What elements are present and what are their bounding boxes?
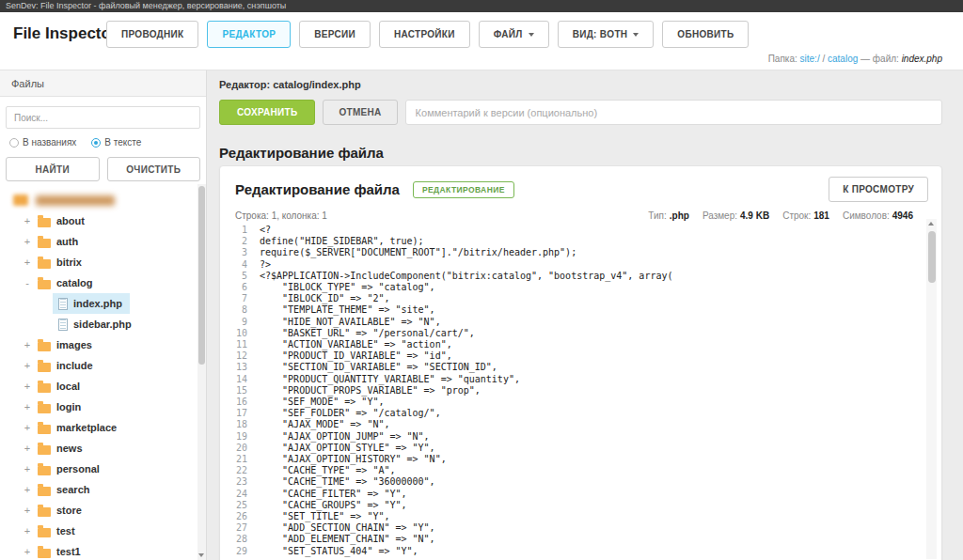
folder-icon [38,425,51,434]
code-text: "AJAX_OPTION_JUMP" => "N", [260,431,430,443]
tree-toggle-icon[interactable]: - [23,277,32,288]
file-stat: Символов:4946 [843,210,913,221]
tree-item-label: index.php [73,298,122,309]
code-text: "SET_TITLE" => "Y", [260,511,389,522]
tree-item-content: auth [38,231,86,252]
search-input[interactable] [6,106,200,129]
scrollbar-thumb[interactable] [198,186,205,365]
tab-versions[interactable]: ВЕРСИИ [299,21,371,48]
main-panel: Редактор: catalog/index.php СОХРАНИТЬ ОТ… [219,70,942,560]
editor-card: Редактирование файла РЕДАКТИРОВАНИЕ К ПР… [219,165,942,560]
breadcrumb-separator: / [822,54,825,64]
code-text: "AJAX_OPTION_HISTORY" => "N", [260,454,447,465]
tree-item-login[interactable]: +login [0,397,197,417]
file-tree: +about+auth+bitrix-catalogindex.phpsideb… [0,184,197,560]
tree-item-content: store [38,500,89,521]
tree-toggle-icon[interactable]: + [23,339,32,350]
refresh-button[interactable]: ОБНОВИТЬ [662,21,749,48]
tree-item-about[interactable]: +about [0,210,197,231]
code-text: ?> [260,259,271,271]
scroll-down-icon[interactable] [198,553,204,557]
line-number: 22 [229,465,260,476]
tree-item-store[interactable]: +store [0,500,197,521]
cancel-button[interactable]: ОТМЕНА [323,100,397,125]
tree-item-label: include [56,360,93,371]
tree-toggle-icon[interactable]: + [23,525,32,537]
tree-item-personal[interactable]: +personal [0,459,197,479]
tree-toggle-icon[interactable]: + [23,505,32,516]
tree-toggle-icon[interactable]: + [23,401,32,412]
code-line: 22 "CACHE_TYPE" => "A", [229,465,915,476]
header-nav: ПРОВОДНИКРЕДАКТОРВЕРСИИНАСТРОЙКИФАЙЛВИД:… [106,21,749,48]
scroll-up-icon[interactable] [928,222,934,226]
line-number: 2 [229,236,260,247]
blurred-root-label [36,195,115,206]
find-button[interactable]: НАЙТИ [6,157,100,181]
tree-toggle-icon[interactable]: + [23,484,32,495]
code-text: <?$APPLICATION->IncludeComponent("bitrix… [260,271,673,282]
tree-item-images[interactable]: +images [0,334,197,355]
file-stat: Тип:.php [648,210,689,221]
tree-item-include[interactable]: +include [0,355,197,376]
line-number: 17 [229,408,260,419]
code-text: "IBLOCK_ID" => "2", [260,293,389,304]
tab-explorer[interactable]: ПРОВОДНИК [106,21,198,48]
tree-toggle-icon[interactable]: + [23,443,32,454]
stat-label: Тип: [648,210,666,221]
tree-toggle-icon[interactable]: + [23,360,32,371]
tree-item-index-php[interactable]: index.php [0,293,197,314]
tree-toggle-icon[interactable]: + [23,236,32,247]
editor-scrollbar[interactable] [926,219,937,559]
tree-toggle-icon[interactable]: + [23,381,32,392]
tab-editor[interactable]: РЕДАКТОР [207,21,291,48]
code-line: 25 "CACHE_GROUPS" => "Y", [229,500,915,511]
tree-item-local[interactable]: +local [0,376,197,397]
code-editor[interactable]: 1<?2define("HIDE_SIDEBAR", true);3requir… [229,225,915,560]
sidebar-scrollbar[interactable] [197,184,206,560]
code-line: 28 "ADD_ELEMENT_CHAIN" => "N", [229,534,915,545]
folder-icon [38,466,51,475]
tree-item-test[interactable]: +test [0,521,197,541]
line-number: 1 [229,225,260,236]
tree-toggle-icon[interactable]: + [23,463,32,474]
tree-toggle-icon[interactable]: + [23,257,32,268]
radio-search-text[interactable]: В тексте [91,137,141,148]
tree-item-label: images [56,339,92,350]
clear-button[interactable]: ОЧИСТИТЬ [107,157,201,181]
scrollbar-thumb[interactable] [928,231,936,283]
tree-item-catalog[interactable]: -catalog [0,272,197,293]
tree-item-auth[interactable]: +auth [0,231,197,252]
cursor-position-status: Строка: 1, колонка: 1 [235,210,327,221]
version-comment-input[interactable] [405,100,942,125]
stat-value: 4946 [892,210,913,221]
line-number: 15 [229,385,260,397]
tree-item-content: marketplace [38,417,124,438]
tree-toggle-icon[interactable]: + [23,422,32,433]
tree-item-content: login [38,397,88,417]
code-line: 7 "IBLOCK_ID" => "2", [229,293,915,304]
breadcrumb-catalog-link[interactable]: catalog [828,54,858,64]
tree-root[interactable] [0,190,197,210]
tree-item-content: catalog [38,272,101,293]
tree-item-search[interactable]: +search [0,479,197,500]
code-line: 11 "ACTION_VARIABLE" => "action", [229,339,915,350]
code-text: "PRODUCT_QUANTITY_VARIABLE" => "quantity… [260,374,520,385]
breadcrumb-site-link[interactable]: site:/ [800,54,820,64]
menu-view[interactable]: ВИД: BOTH [558,21,655,48]
tree-item-sidebar-php[interactable]: sidebar.php [0,314,197,334]
menu-file[interactable]: ФАЙЛ [479,21,549,48]
radio-search-names[interactable]: В названиях [9,137,76,148]
line-number: 10 [229,328,260,339]
tab-settings[interactable]: НАСТРОЙКИ [379,21,470,48]
tree-toggle-icon[interactable]: + [23,546,32,557]
tree-item-marketplace[interactable]: +marketplace [0,417,197,438]
tree-item-news[interactable]: +news [0,438,197,459]
line-number: 11 [229,339,260,350]
line-number: 3 [229,247,260,258]
tree-toggle-icon[interactable]: + [23,215,32,226]
view-mode-button[interactable]: К ПРОСМОТРУ [829,177,928,202]
tree-item-bitrix[interactable]: +bitrix [0,252,197,272]
save-button[interactable]: СОХРАНИТЬ [219,100,315,125]
tree-item-test1[interactable]: +test1 [0,541,197,560]
tree-item-content: about [38,210,92,231]
